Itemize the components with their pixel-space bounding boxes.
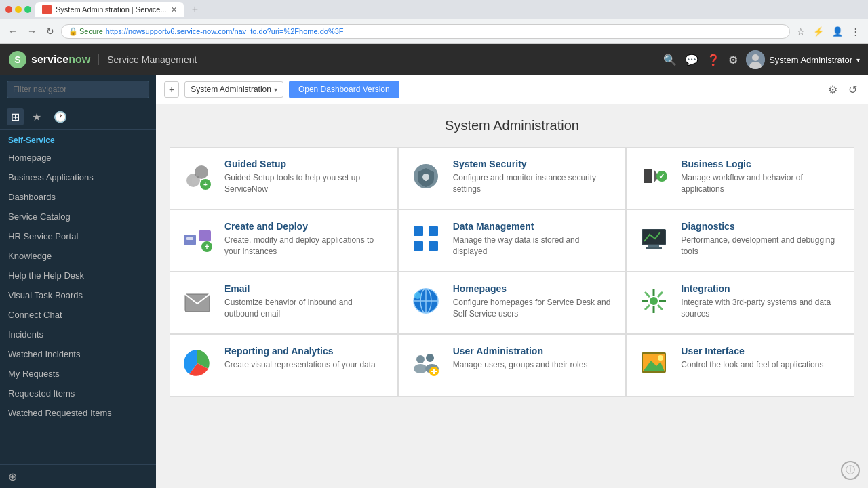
svg-rect-13 [425,178,427,181]
sidebar-item-homepage[interactable]: Homepage [0,148,156,167]
sidebar-item-watched-incidents[interactable]: Watched Incidents [0,344,156,364]
open-dashboard-button[interactable]: Open Dashboard Version [289,81,399,98]
browser-tab[interactable]: System Administration | Service... ✕ [35,2,184,17]
reporting-title: Reporting and Analytics [224,346,388,357]
svg-rect-26 [429,241,438,251]
card-business-logic[interactable]: ✓ Business Logic Manage workflow and beh… [627,148,854,209]
card-system-security[interactable]: System Security Configure and monitor in… [399,148,626,209]
card-guided-setup[interactable]: + Guided Setup Guided Setup tools to hel… [170,148,397,209]
sidebar: ⊞ ★ 🕐 Self-Service Homepage Business App… [0,75,156,488]
card-reporting[interactable]: Reporting and Analytics Create visual re… [170,335,397,396]
maximize-window-dot[interactable] [24,6,31,13]
guided-setup-icon: + [180,159,215,194]
sidebar-item-incidents[interactable]: Incidents [0,325,156,344]
sidebar-item-visual-task-boards[interactable]: Visual Task Boards [0,285,156,305]
svg-rect-29 [648,245,659,247]
toolbar-add-button[interactable]: + [164,81,179,98]
svg-line-44 [658,305,663,310]
help-icon[interactable]: ❓ [707,54,720,66]
homepages-text: Homepages Configure homepages for Servic… [453,283,616,320]
forward-button[interactable]: → [24,24,39,38]
tab-close-button[interactable]: ✕ [171,5,177,14]
card-integration[interactable]: Integration Integrate with 3rd-party sys… [627,272,854,333]
topnav: S servicenow Service Management 🔍 💬 ❓ ⚙ … [0,44,868,75]
sidebar-tab-home[interactable]: ⊞ [7,108,24,125]
sidebar-tab-history[interactable]: 🕐 [50,108,71,125]
sidebar-bottom-icon[interactable]: ⊕ [8,471,17,483]
create-deploy-title: Create and Deploy [224,221,388,232]
svg-rect-24 [429,226,438,236]
sidebar-tab-favorites[interactable]: ★ [28,108,45,125]
integration-text: Integration Integrate with 3rd-party sys… [681,283,844,320]
sidebar-item-watched-requested-items[interactable]: Watched Requested Items [0,403,156,423]
sidebar-item-requested-items[interactable]: Requested Items [0,384,156,403]
sidebar-item-service-catalog[interactable]: Service Catalog [0,207,156,226]
new-tab-button[interactable]: + [188,3,202,16]
sidebar-item-hr-service-portal[interactable]: HR Service Portal [0,226,156,246]
search-icon[interactable]: 🔍 [663,54,677,66]
sidebar-item-connect-chat[interactable]: Connect Chat [0,305,156,325]
card-homepages[interactable]: Homepages Configure homepages for Servic… [399,272,626,333]
tab-favicon [42,5,52,14]
user-administration-text: User Administration Manage users, groups… [453,346,616,371]
svg-line-45 [658,292,663,297]
sidebar-item-business-applications[interactable]: Business Applications [0,167,156,187]
system-security-icon [408,159,443,194]
chat-icon[interactable]: 💬 [685,54,698,66]
card-user-administration[interactable]: User Administration Manage users, groups… [399,335,626,396]
user-administration-icon [408,346,443,381]
homepages-icon [408,283,443,319]
svg-point-38 [414,292,421,299]
user-administration-title: User Administration [453,346,616,357]
search-input[interactable] [7,81,149,98]
card-email[interactable]: Email Customize behavior of inbound and … [170,272,397,333]
browser-menu-button[interactable]: ⋮ [848,25,863,38]
svg-line-46 [645,305,650,310]
diagnostics-desc: Performance, development and debugging t… [681,235,844,258]
sidebar-item-help-the-help-desk[interactable]: Help the Help Desk [0,266,156,285]
dashboard: System Administration + [156,104,868,410]
svg-rect-7 [192,178,199,184]
settings-icon[interactable]: ⚙ [728,54,738,66]
email-icon [180,283,215,319]
diagnostics-title: Diagnostics [681,221,844,232]
data-management-desc: Manage the way data is stored and displa… [453,235,616,258]
back-button[interactable]: ← [5,24,20,38]
guided-setup-desc: Guided Setup tools to help you set up Se… [224,172,388,195]
integration-icon [636,283,671,319]
card-data-management[interactable]: Data Management Manage the way data is s… [399,210,626,271]
toolbar-refresh-button[interactable]: ↺ [846,82,860,98]
sidebar-item-knowledge[interactable]: Knowledge [0,246,156,266]
sidebar-item-my-requests[interactable]: My Requests [0,364,156,384]
integration-desc: Integrate with 3rd-party systems and dat… [681,297,844,320]
sidebar-item-dashboards[interactable]: Dashboards [0,187,156,207]
extensions-button[interactable]: ⚡ [810,25,827,38]
homepages-desc: Configure homepages for Service Desk and… [453,297,616,320]
svg-text:+: + [203,181,208,188]
info-float-button[interactable]: ⓘ [841,461,860,480]
integration-title: Integration [681,283,844,294]
create-deploy-icon: + [180,221,215,256]
reload-button[interactable]: ↻ [43,24,57,38]
bookmark-button[interactable]: ☆ [794,25,808,38]
browser-chrome: System Administration | Service... ✕ + ←… [0,0,868,44]
svg-rect-23 [414,226,423,236]
address-bar[interactable]: 🔒 Secure https://nowsupportv6.service-no… [61,24,790,39]
toolbar-right: ⚙ ↺ [825,82,860,98]
card-diagnostics[interactable]: Diagnostics Performance, development and… [627,210,854,271]
close-window-dot[interactable] [5,6,12,13]
toolbar-settings-button[interactable]: ⚙ [825,82,840,98]
email-text: Email Customize behavior of inbound and … [224,283,388,320]
business-logic-text: Business Logic Manage workflow and behav… [681,159,844,195]
user-menu[interactable]: System Administrator ▾ [746,50,860,69]
svg-marker-14 [644,169,652,183]
card-create-deploy[interactable]: + Create and Deploy Create, modify and d… [170,210,397,271]
svg-line-43 [645,292,650,297]
profile-button[interactable]: 👤 [829,25,846,38]
svg-text:✓: ✓ [658,171,665,181]
minimize-window-dot[interactable] [15,6,22,13]
card-user-interface[interactable]: User Interface Control the look and feel… [627,335,854,396]
toolbar-dropdown[interactable]: System Administration ▾ [184,81,283,98]
data-management-title: Data Management [453,221,616,232]
tab-title: System Administration | Service... [56,5,167,14]
